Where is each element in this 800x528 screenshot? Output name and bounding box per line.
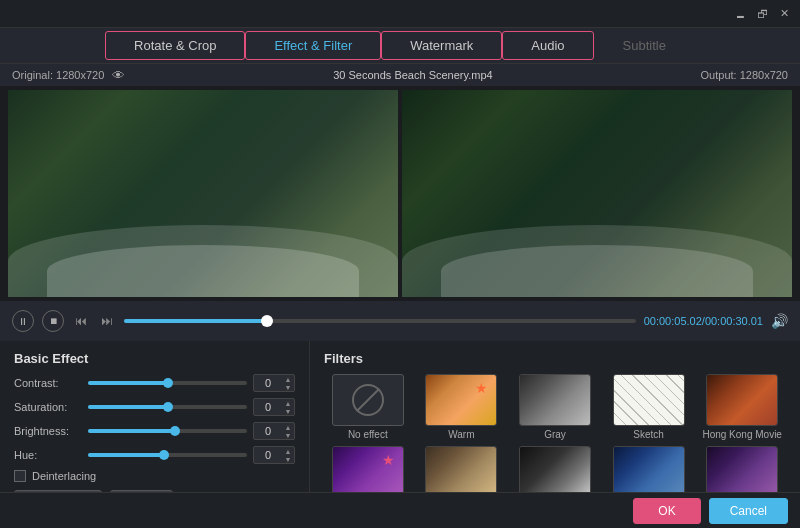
cancel-button[interactable]: Cancel: [709, 498, 788, 524]
tab-bar: Rotate & Crop Effect & Filter Watermark …: [0, 28, 800, 64]
saturation-row: Saturation: 0 ▲ ▼: [14, 398, 295, 416]
output-resolution: Output: 1280x720: [701, 69, 788, 81]
sketch-label: Sketch: [633, 429, 664, 440]
warm-star-icon: ★: [475, 380, 488, 396]
total-time: 00:00:30.01: [705, 315, 763, 327]
stop-button[interactable]: ⏹: [42, 310, 64, 332]
brightness-label: Brightness:: [14, 425, 82, 437]
contrast-label: Contrast:: [14, 377, 82, 389]
contrast-fill: [88, 381, 168, 385]
brightness-slider[interactable]: [88, 429, 247, 433]
video-info-left: Original: 1280x720 👁: [12, 68, 125, 83]
gray-thumb: [519, 374, 591, 426]
brightness-fill: [88, 429, 175, 433]
original-video-panel: [8, 90, 398, 297]
original-video-preview: [8, 90, 398, 297]
ok-button[interactable]: OK: [633, 498, 700, 524]
saturation-arrows[interactable]: ▲ ▼: [282, 399, 294, 415]
no-effect-label: No effect: [348, 429, 388, 440]
saturation-label: Saturation:: [14, 401, 82, 413]
no-effect-circle: [352, 384, 384, 416]
contrast-value: 0: [254, 376, 282, 390]
dream-thumb: [706, 446, 778, 498]
no-effect-thumb: [332, 374, 404, 426]
filter-gray[interactable]: Gray: [511, 374, 599, 440]
hue-label: Hue:: [14, 449, 82, 461]
hue-slider[interactable]: [88, 453, 247, 457]
gray-label: Gray: [544, 429, 566, 440]
progress-bar[interactable]: [124, 319, 636, 323]
prev-frame-button[interactable]: ⏮: [72, 312, 90, 330]
saturation-value-box: 0 ▲ ▼: [253, 398, 295, 416]
brightness-down-arrow[interactable]: ▼: [282, 431, 294, 439]
saturation-thumb[interactable]: [163, 402, 173, 412]
brightness-up-arrow[interactable]: ▲: [282, 423, 294, 431]
deinterlacing-checkbox[interactable]: [14, 470, 26, 482]
video-filename: 30 Seconds Beach Scenery.mp4: [333, 69, 492, 81]
brightness-thumb[interactable]: [170, 426, 180, 436]
hue-fill: [88, 453, 164, 457]
hkm-thumb: [706, 374, 778, 426]
playback-bar: ⏸ ⏹ ⏮ ⏭ 00:00:05.02/00:00:30.01 🔊: [0, 301, 800, 341]
effect-video-preview: [402, 90, 792, 297]
warm-thumb: ★: [425, 374, 497, 426]
saturation-up-arrow[interactable]: ▲: [282, 399, 294, 407]
brightness-row: Brightness: 0 ▲ ▼: [14, 422, 295, 440]
tab-watermark[interactable]: Watermark: [381, 31, 502, 60]
hue-down-arrow[interactable]: ▼: [282, 455, 294, 463]
contrast-thumb[interactable]: [163, 378, 173, 388]
tab-audio[interactable]: Audio: [502, 31, 593, 60]
contrast-row: Contrast: 0 ▲ ▼: [14, 374, 295, 392]
hue-value-box: 0 ▲ ▼: [253, 446, 295, 464]
progress-thumb[interactable]: [261, 315, 273, 327]
preview-toggle-icon[interactable]: 👁: [112, 68, 125, 83]
basic-effect-title: Basic Effect: [14, 351, 295, 366]
close-button[interactable]: ✕: [776, 6, 792, 22]
saturation-fill: [88, 405, 168, 409]
footer-bar: OK Cancel: [0, 492, 800, 528]
hue-arrows[interactable]: ▲ ▼: [282, 447, 294, 463]
video-info-bar: Original: 1280x720 👁 30 Seconds Beach Sc…: [0, 64, 800, 86]
filter-sketch[interactable]: Sketch: [605, 374, 693, 440]
warm-label: Warm: [448, 429, 474, 440]
filter-no-effect[interactable]: No effect: [324, 374, 412, 440]
brightness-value: 0: [254, 424, 282, 438]
saturation-value: 0: [254, 400, 282, 414]
maximize-button[interactable]: 🗗: [754, 6, 770, 22]
vintage-thumb: [425, 446, 497, 498]
brightness-arrows[interactable]: ▲ ▼: [282, 423, 294, 439]
pause-button[interactable]: ⏸: [12, 310, 34, 332]
hkm-label: Hong Kong Movie: [702, 429, 782, 440]
deinterlacing-row: Deinterlacing: [14, 470, 295, 482]
saturation-slider[interactable]: [88, 405, 247, 409]
next-frame-button[interactable]: ⏭: [98, 312, 116, 330]
video-panels: [0, 86, 800, 301]
hue-up-arrow[interactable]: ▲: [282, 447, 294, 455]
contrast-up-arrow[interactable]: ▲: [282, 375, 294, 383]
volume-icon[interactable]: 🔊: [771, 313, 788, 329]
contrast-slider[interactable]: [88, 381, 247, 385]
saturation-down-arrow[interactable]: ▼: [282, 407, 294, 415]
brightness-value-box: 0 ▲ ▼: [253, 422, 295, 440]
cool-thumb: [613, 446, 685, 498]
tab-rotate-crop[interactable]: Rotate & Crop: [105, 31, 245, 60]
hue-row: Hue: 0 ▲ ▼: [14, 446, 295, 464]
contrast-down-arrow[interactable]: ▼: [282, 383, 294, 391]
progress-fill: [124, 319, 267, 323]
preview-video-panel: [402, 90, 792, 297]
current-time: 00:00:05.02: [644, 315, 702, 327]
title-bar: 🗕 🗗 ✕: [0, 0, 800, 28]
filter-hong-kong-movie[interactable]: Hong Kong Movie: [698, 374, 786, 440]
time-display: 00:00:05.02/00:00:30.01: [644, 315, 763, 327]
tab-subtitle: Subtitle: [594, 31, 695, 60]
filter-warm[interactable]: ★ Warm: [418, 374, 506, 440]
contrast-arrows[interactable]: ▲ ▼: [282, 375, 294, 391]
minimize-button[interactable]: 🗕: [732, 6, 748, 22]
bw-thumb: [519, 446, 591, 498]
hue-value: 0: [254, 448, 282, 462]
hue-thumb[interactable]: [159, 450, 169, 460]
purple-thumb: ★: [332, 446, 404, 498]
purple-star-icon: ★: [382, 452, 395, 468]
deinterlacing-label: Deinterlacing: [32, 470, 96, 482]
tab-effect-filter[interactable]: Effect & Filter: [245, 31, 381, 60]
